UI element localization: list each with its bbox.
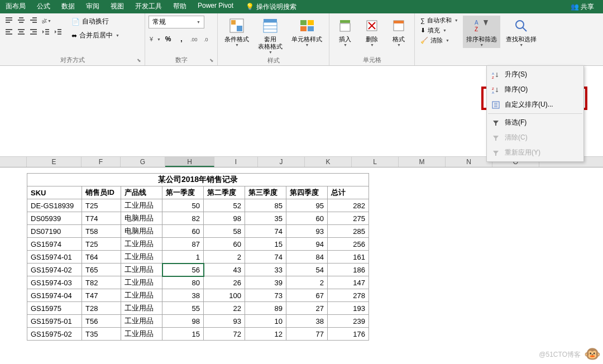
align-center-button[interactable] xyxy=(16,27,27,37)
table-header[interactable]: 第二季度 xyxy=(204,186,245,199)
tab-help[interactable]: 帮助 xyxy=(168,0,192,13)
cell[interactable]: 84 xyxy=(286,251,328,264)
cell[interactable]: 55 xyxy=(162,302,204,315)
cell[interactable]: 电脑用品 xyxy=(121,212,162,225)
cell[interactable]: 60 xyxy=(286,212,328,225)
tell-me-search[interactable]: 💡 操作说明搜索 xyxy=(246,2,296,12)
fill-button[interactable]: ⬇填充▼ xyxy=(418,26,461,35)
tab-review[interactable]: 审阅 xyxy=(80,0,105,13)
cell[interactable]: 电脑用品 xyxy=(121,225,162,238)
cell[interactable]: 161 xyxy=(328,251,369,264)
decrease-indent-button[interactable] xyxy=(40,27,51,37)
comma-button[interactable]: , xyxy=(175,33,188,45)
currency-button[interactable]: ¥▼ xyxy=(149,33,161,45)
increase-decimal-button[interactable]: .00 xyxy=(189,33,201,45)
cell[interactable]: 39 xyxy=(245,276,286,289)
cell[interactable]: T35 xyxy=(82,328,121,341)
cell[interactable]: 35 xyxy=(245,212,286,225)
cell[interactable]: 72 xyxy=(204,328,245,341)
menu-custom-sort[interactable]: 自定义排序(U)... xyxy=(488,97,582,112)
format-as-table-button[interactable]: 套用 表格格式 ▼ xyxy=(255,16,286,55)
col-header-N[interactable]: N xyxy=(446,157,492,167)
table-header[interactable]: 产品线 xyxy=(121,186,162,199)
cell[interactable]: GS15974-04 xyxy=(27,289,82,302)
cell[interactable]: T56 xyxy=(82,315,121,328)
cell[interactable]: 54 xyxy=(286,264,328,276)
table-header[interactable]: 第三季度 xyxy=(245,186,286,199)
cell[interactable]: 73 xyxy=(245,289,286,302)
clear-button[interactable]: 🧹清除▼ xyxy=(418,36,461,45)
cell[interactable]: 256 xyxy=(328,238,369,251)
cell[interactable]: T47 xyxy=(82,289,121,302)
cell[interactable]: 94 xyxy=(286,238,328,251)
cell[interactable]: 80 xyxy=(162,276,204,289)
table-header[interactable]: SKU xyxy=(27,186,82,199)
cell[interactable]: 工业用品 xyxy=(121,251,162,264)
tab-layout[interactable]: 面布局 xyxy=(0,0,31,13)
table-row[interactable]: GS15974-03T82工业用品8026392147 xyxy=(27,276,369,289)
tab-formula[interactable]: 公式 xyxy=(31,0,56,13)
autosum-button[interactable]: ∑自动求和▼ xyxy=(418,16,461,25)
cell[interactable]: 285 xyxy=(328,225,369,238)
cell[interactable]: 50 xyxy=(162,199,204,212)
cell[interactable]: T74 xyxy=(82,212,121,225)
wrap-text-button[interactable]: 📄 自动换行 xyxy=(69,16,122,27)
cell[interactable]: 工业用品 xyxy=(121,238,162,251)
cell[interactable]: GS15974-02 xyxy=(27,264,82,276)
cell[interactable]: 43 xyxy=(204,264,245,276)
cell[interactable]: 1 xyxy=(162,251,204,264)
table-row[interactable]: GS15974T25工业用品87601594256 xyxy=(27,238,369,251)
cell[interactable]: 93 xyxy=(286,225,328,238)
cell[interactable]: T58 xyxy=(82,225,121,238)
cell[interactable]: 82 xyxy=(162,212,204,225)
number-format-dropdown[interactable]: 常规 ▼ xyxy=(149,16,204,28)
cell[interactable]: GS15975 xyxy=(27,302,82,315)
cell[interactable]: 186 xyxy=(328,264,369,276)
sort-filter-button[interactable]: AZ 排序和筛选 ▼ xyxy=(463,16,500,48)
cell[interactable]: 工业用品 xyxy=(121,276,162,289)
col-header-E[interactable]: E xyxy=(27,157,82,167)
decrease-decimal-button[interactable]: .0 xyxy=(202,33,214,45)
menu-sort-desc[interactable]: ZA 降序(O) xyxy=(488,82,582,97)
find-select-button[interactable]: 查找和选择 ▼ xyxy=(502,16,540,48)
cell[interactable]: 74 xyxy=(245,251,286,264)
cell[interactable]: 22 xyxy=(204,302,245,315)
cell[interactable]: 2 xyxy=(286,276,328,289)
cell[interactable]: 15 xyxy=(245,238,286,251)
cell[interactable]: 239 xyxy=(328,315,369,328)
cell[interactable]: GS15975-02 xyxy=(27,328,82,341)
cell[interactable]: 56 xyxy=(162,264,204,276)
cell[interactable]: DE-GS18939 xyxy=(27,199,82,212)
cell[interactable]: T82 xyxy=(82,276,121,289)
cell[interactable]: 10 xyxy=(245,315,286,328)
align-right-button[interactable] xyxy=(28,27,39,37)
number-launcher[interactable]: ⬊ xyxy=(209,58,216,64)
insert-button[interactable]: 插入 ▼ xyxy=(333,16,357,48)
cell[interactable]: 147 xyxy=(328,276,369,289)
menu-filter[interactable]: 筛选(F) xyxy=(488,115,582,130)
cell[interactable]: 87 xyxy=(162,238,204,251)
cell[interactable]: 12 xyxy=(245,328,286,341)
cell[interactable]: 95 xyxy=(286,199,328,212)
cell[interactable]: 38 xyxy=(286,315,328,328)
cell[interactable]: 工业用品 xyxy=(121,289,162,302)
align-bottom-button[interactable] xyxy=(28,16,39,26)
cell[interactable]: 38 xyxy=(162,289,204,302)
orientation-button[interactable]: ab▼ xyxy=(40,16,51,26)
cell[interactable]: 74 xyxy=(245,225,286,238)
cell[interactable]: 52 xyxy=(204,199,245,212)
table-row[interactable]: DS07190T58电脑用品60587493285 xyxy=(27,225,369,238)
cell[interactable]: 89 xyxy=(245,302,286,315)
cell[interactable]: GS15974-03 xyxy=(27,276,82,289)
table-header[interactable]: 第一季度 xyxy=(162,186,204,199)
cell[interactable]: DS05939 xyxy=(27,212,82,225)
col-header-K[interactable]: K xyxy=(305,157,352,167)
cell[interactable]: 278 xyxy=(328,289,369,302)
col-header-I[interactable]: I xyxy=(214,157,258,167)
cell[interactable]: 60 xyxy=(162,225,204,238)
cell[interactable]: 15 xyxy=(162,328,204,341)
cell[interactable]: T25 xyxy=(82,238,121,251)
cell[interactable]: 60 xyxy=(204,238,245,251)
table-row[interactable]: GS15975T28工业用品55228927193 xyxy=(27,302,369,315)
format-button[interactable]: 格式 ▼ xyxy=(386,16,411,48)
